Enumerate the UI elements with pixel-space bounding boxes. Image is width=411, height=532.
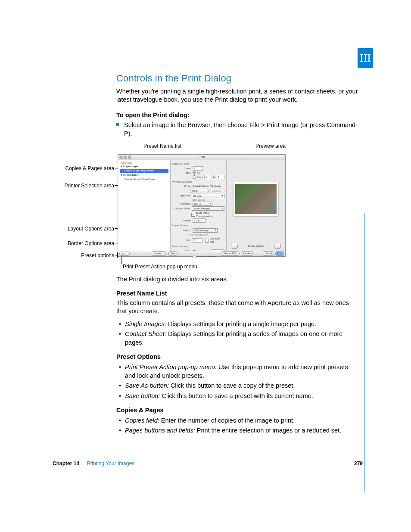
best-dpi-checkbox[interactable] bbox=[205, 239, 209, 243]
copies-label: Copies: bbox=[172, 167, 193, 170]
black-point-label: Black Point Compensation bbox=[196, 211, 224, 218]
page-footer: Chapter 14 Printing Your Images 279 bbox=[53, 460, 363, 467]
intro-paragraph: Whether you're printing a single high-re… bbox=[116, 87, 360, 104]
step-bullet-icon bbox=[116, 123, 119, 126]
callout-copies-pages: Copies & Pages area bbox=[65, 165, 114, 172]
preview-pane: ← 1 image selected → bbox=[227, 160, 285, 251]
open-dialog-step: Select an image in the Browser, then cho… bbox=[116, 121, 360, 138]
side-rule bbox=[364, 213, 364, 492]
paper-label: Paper Size: bbox=[172, 194, 192, 197]
pages-from-radio[interactable] bbox=[193, 175, 196, 179]
preset-action-menu[interactable]: ✲ ▾ bbox=[119, 252, 130, 256]
bullet-list: Copies field: Enter the number of copies… bbox=[116, 417, 360, 435]
scale-label: Scale To: bbox=[172, 229, 193, 232]
print-dialog: Print Preset Name ▾ Single Images Sample… bbox=[118, 154, 286, 257]
list-item: Pages buttons and fields: Print the enti… bbox=[116, 426, 360, 435]
bullet-list: Single Images: Displays settings for pri… bbox=[116, 320, 360, 347]
preview-photo bbox=[235, 184, 277, 214]
print-dialog-figure: Preset Name list Preview area Copies & P… bbox=[67, 143, 360, 268]
preset-header: Preset Name bbox=[120, 162, 168, 165]
list-item: Copies field: Enter the number of copies… bbox=[116, 417, 360, 425]
pages-label: Pages: bbox=[172, 171, 193, 174]
dpi-field[interactable]: 213 bbox=[192, 238, 202, 243]
list-item: Print Preset Action pop-up menu: Use thi… bbox=[116, 363, 360, 380]
to-field[interactable]: 1 bbox=[217, 175, 224, 179]
chapter-title: Printing Your Images bbox=[87, 460, 134, 467]
preview-status: 1 image selected bbox=[248, 245, 264, 248]
section-label: ▾ Printer Selection bbox=[172, 180, 224, 184]
callout-preset-name: Preset Name list bbox=[143, 143, 181, 149]
callout-border-options: Border Options area bbox=[67, 240, 114, 247]
printer-value: Default Printer (Mimban) bbox=[193, 184, 221, 188]
resolution-label: Print Resolution: bbox=[189, 233, 208, 236]
printer-label: Printer: bbox=[172, 185, 193, 188]
callout-popup-menu: Print Preset Action pop-up menu bbox=[123, 263, 197, 270]
after-figure-text: The Print dialog is divided into six are… bbox=[116, 275, 360, 284]
copies-field[interactable]: 1 bbox=[193, 166, 203, 171]
settings-pane: Copies & Pages Copies:1 Pages:All From:1… bbox=[171, 160, 227, 251]
dialog-bottom-bar: ✲ ▾ Save As... Save Save as PDF... Previ… bbox=[118, 251, 285, 256]
callout-preset-options: Preset options bbox=[80, 252, 114, 259]
list-item: Single Images: Displays settings for pri… bbox=[116, 320, 360, 329]
page-heading: Controls in the Print Dialog bbox=[116, 72, 360, 85]
section-desc: This column contains all presets, those … bbox=[116, 299, 360, 316]
step-text: Select an image in the Browser, then cho… bbox=[124, 121, 358, 137]
section-label: Border Options bbox=[172, 245, 224, 248]
body-content: Controls in the Print Dialog Whether you… bbox=[116, 72, 360, 440]
orientation-dropdown[interactable]: Best Fit bbox=[193, 202, 212, 206]
preview-page bbox=[234, 182, 278, 216]
section-heading: Preset Options bbox=[116, 353, 360, 361]
part-tab: III bbox=[358, 48, 373, 68]
print-button[interactable]: Print bbox=[275, 251, 284, 256]
paper-size-dropdown[interactable]: US Letter bbox=[192, 194, 224, 198]
save-as-button[interactable]: Save As... bbox=[152, 251, 166, 256]
callout-layout-options: Layout Options area bbox=[67, 225, 114, 232]
preview-button[interactable]: Preview bbox=[241, 251, 253, 256]
cancel-button[interactable]: Cancel bbox=[263, 251, 274, 256]
orientation-label: Orientation: bbox=[172, 202, 193, 205]
preset-group[interactable]: ▾ Contact Sheet bbox=[121, 174, 168, 177]
preset-item[interactable]: Sample Single Image Preset bbox=[120, 169, 168, 173]
black-point-checkbox[interactable] bbox=[191, 213, 195, 217]
open-dialog-heading: To open the Print dialog: bbox=[116, 111, 360, 120]
gamma-label: Gamma: bbox=[172, 219, 193, 222]
preset-item[interactable]: Sample Contact Sheet Preset bbox=[120, 177, 168, 181]
save-button[interactable]: Save bbox=[168, 251, 177, 256]
section-heading: Preset Name List bbox=[116, 289, 360, 298]
callout-lead bbox=[121, 256, 121, 264]
callout-printer-selection: Printer Selection area bbox=[60, 182, 114, 189]
pages-all-label: All bbox=[197, 171, 200, 174]
list-item: Save As button: Click this button to sav… bbox=[116, 382, 360, 390]
section-label: Layout Options bbox=[172, 224, 224, 227]
preset-name-pane: Preset Name ▾ Single Images Sample Singl… bbox=[118, 160, 171, 251]
calibrate-button[interactable]: Calibrate... bbox=[210, 189, 224, 193]
colorsync-dropdown[interactable]: System Managed bbox=[192, 206, 224, 211]
section-label: Copies & Pages bbox=[172, 162, 224, 165]
list-item: Contact Sheet: Displays settings for pri… bbox=[116, 330, 360, 347]
from-label: From: bbox=[197, 175, 204, 179]
chapter-label: Chapter 14 bbox=[53, 460, 79, 467]
window-controls[interactable] bbox=[119, 156, 131, 159]
preview-next-button[interactable]: → bbox=[274, 244, 281, 249]
page-number: 279 bbox=[354, 460, 363, 467]
list-item: Save button: Click this button to save a… bbox=[116, 392, 360, 401]
dpi-label: DPI: bbox=[172, 239, 192, 242]
callout-preview: Preview area bbox=[255, 143, 286, 149]
best-dpi-label: Use Best DPI bbox=[210, 237, 224, 244]
preview-prev-button[interactable]: ← bbox=[231, 244, 238, 249]
pages-all-radio[interactable] bbox=[193, 171, 196, 174]
profile-label: ColorSync Profile: bbox=[172, 207, 192, 210]
dialog-title: Print bbox=[118, 155, 285, 160]
preset-group[interactable]: ▾ Single Images bbox=[121, 165, 168, 168]
bullet-list: Print Preset Action pop-up menu: Use thi… bbox=[116, 363, 360, 400]
section-heading: Copies & Pages bbox=[116, 406, 360, 415]
to-label: to: bbox=[213, 175, 216, 179]
save-pdf-button[interactable]: Save as PDF... bbox=[221, 251, 240, 256]
from-field[interactable]: 1 bbox=[204, 175, 212, 179]
page: { "tab_label": "III", "heading": "Contro… bbox=[0, 0, 411, 532]
gamma-field[interactable]: ◂ 1.00 ▸ bbox=[193, 218, 206, 223]
printer-settings-button[interactable]: Printer Settings... bbox=[190, 189, 209, 193]
scale-dropdown[interactable]: Fill Entire Page bbox=[193, 228, 218, 233]
